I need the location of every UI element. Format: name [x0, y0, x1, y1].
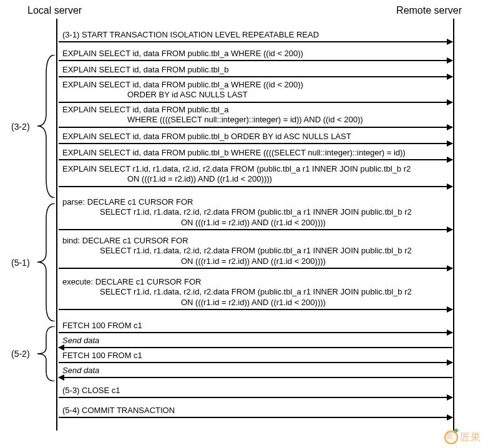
- watermark-text: 匠果: [461, 431, 481, 444]
- msg-text: EXPLAIN SELECT id, data FROM public.tbl_…: [59, 49, 452, 60]
- arrow-right-icon: [59, 332, 452, 333]
- msg-text: EXPLAIN SELECT id, data FROM public.tbl_…: [59, 80, 452, 102]
- msg-5-2b-send-data: Send data: [59, 336, 452, 348]
- line3: ON (((r1.id = r2.id)) AND ((r1.id < 200)…: [181, 256, 326, 266]
- line2: SELECT r1.id, r1.data, r2.id, r2.data FR…: [100, 287, 412, 296]
- msg-text: execute: DECLARE c1 CURSOR FOR SELECT r1…: [59, 277, 452, 309]
- arrow-right-icon: [59, 41, 452, 42]
- msg-text: (5-4) COMMIT TRANSACTION: [59, 406, 452, 417]
- line1: EXPLAIN SELECT r1.id, r1.data, r2.id, r2…: [62, 164, 411, 173]
- msg-3-2a-explain-tbla: EXPLAIN SELECT id, data FROM public.tbl_…: [59, 49, 452, 61]
- msg-5-1c-execute: execute: DECLARE c1 CURSOR FOR SELECT r1…: [59, 277, 452, 310]
- arrow-right-icon: [59, 417, 452, 418]
- line2: SELECT r1.id, r1.data, r2.id, r2.data FR…: [100, 246, 412, 255]
- arrow-right-icon: [59, 60, 452, 61]
- msg-5-2c-fetch: FETCH 100 FROM c1: [59, 351, 452, 363]
- msg-text: Send data: [59, 366, 452, 377]
- msg-3-2b-explain-tblb: EXPLAIN SELECT id, data FROM public.tbl_…: [59, 65, 452, 77]
- lifeline-remote: [453, 19, 454, 431]
- msg-text: EXPLAIN SELECT id, data FROM public.tbl_…: [59, 105, 452, 127]
- line3: ON (((r1.id = r2.id)) AND ((r1.id < 200)…: [181, 218, 326, 227]
- line1: EXPLAIN SELECT id, data FROM public.tbl_…: [62, 105, 228, 114]
- msg-text: FETCH 100 FROM c1: [59, 351, 452, 362]
- msg-text: EXPLAIN SELECT id, data FROM public.tbl_…: [59, 132, 452, 143]
- watermark-logo-icon: [444, 431, 458, 444]
- msg-5-2d-send-data: Send data: [59, 366, 452, 378]
- msg-text-italic: Send data: [62, 336, 99, 345]
- brace-5-1: [37, 203, 56, 321]
- msg-text: (3-1) START TRANSACTION ISOLATION LEVEL …: [59, 30, 452, 41]
- lifeline-local: [56, 19, 57, 431]
- msg-3-1-start-transaction: (3-1) START TRANSACTION ISOLATION LEVEL …: [59, 30, 452, 42]
- sequence-diagram: Local server Remote server (3-2) (5-1) (…: [0, 0, 488, 448]
- group-label-5-2: (5-2): [11, 349, 30, 359]
- msg-3-2e-explain-tblb-orderby: EXPLAIN SELECT id, data FROM public.tbl_…: [59, 132, 452, 144]
- arrow-right-icon: [59, 127, 452, 128]
- arrow-right-icon: [59, 309, 452, 310]
- line1: execute: DECLARE c1 CURSOR FOR: [62, 277, 202, 286]
- arrow-right-icon: [59, 159, 452, 160]
- msg-5-1b-bind: bind: DECLARE c1 CURSOR FOR SELECT r1.id…: [59, 236, 452, 269]
- msg-text: Send data: [59, 336, 452, 347]
- line2: ON (((r1.id = r2.id)) AND ((r1.id < 200)…: [127, 174, 272, 183]
- msg-text: EXPLAIN SELECT r1.id, r1.data, r2.id, r2…: [59, 164, 452, 186]
- line2: SELECT r1.id, r1.data, r2.id, r2.data FR…: [100, 207, 412, 217]
- msg-3-2c-explain-orderby: EXPLAIN SELECT id, data FROM public.tbl_…: [59, 80, 452, 103]
- group-label-3-2: (3-2): [11, 122, 30, 132]
- arrow-right-icon: [59, 143, 452, 144]
- msg-3-2d-explain-where-null: EXPLAIN SELECT id, data FROM public.tbl_…: [59, 105, 452, 128]
- watermark: 匠果: [444, 431, 481, 444]
- line1: parse: DECLARE c1 CURSOR FOR: [62, 197, 193, 207]
- arrow-right-icon: [59, 397, 452, 398]
- msg-5-1a-parse: parse: DECLARE c1 CURSOR FOR SELECT r1.i…: [59, 197, 452, 230]
- arrow-right-icon: [59, 76, 452, 77]
- arrow-left-icon: [59, 347, 452, 348]
- line1: bind: DECLARE c1 CURSOR FOR: [62, 236, 188, 245]
- msg-3-2g-explain-join: EXPLAIN SELECT r1.id, r1.data, r2.id, r2…: [59, 164, 452, 187]
- line3: ON (((r1.id = r2.id)) AND ((r1.id < 200)…: [181, 298, 326, 307]
- header-local: Local server: [27, 5, 82, 16]
- msg-text: EXPLAIN SELECT id, data FROM public.tbl_…: [59, 65, 452, 76]
- group-label-5-1: (5-1): [11, 258, 30, 268]
- msg-5-2a-fetch: FETCH 100 FROM c1: [59, 321, 452, 333]
- msg-text: bind: DECLARE c1 CURSOR FOR SELECT r1.id…: [59, 236, 452, 268]
- msg-text: EXPLAIN SELECT id, data FROM public.tbl_…: [59, 148, 452, 159]
- arrow-left-icon: [59, 377, 452, 378]
- arrow-right-icon: [59, 229, 452, 230]
- line2: ORDER BY id ASC NULLS LAST: [127, 90, 248, 99]
- arrow-right-icon: [59, 362, 452, 363]
- msg-5-4-commit: (5-4) COMMIT TRANSACTION: [59, 406, 452, 418]
- brace-3-2: [37, 55, 56, 198]
- brace-5-2: [37, 326, 56, 381]
- arrow-right-icon: [59, 268, 452, 269]
- arrow-right-icon: [59, 102, 452, 103]
- msg-text: parse: DECLARE c1 CURSOR FOR SELECT r1.i…: [59, 197, 452, 229]
- msg-5-3-close: (5-3) CLOSE c1: [59, 386, 452, 398]
- msg-text-italic: Send data: [62, 366, 99, 375]
- msg-text: FETCH 100 FROM c1: [59, 321, 452, 332]
- header-remote: Remote server: [396, 5, 462, 16]
- arrow-right-icon: [59, 186, 452, 187]
- msg-text: (5-3) CLOSE c1: [59, 386, 452, 397]
- line2: WHERE ((((SELECT null::integer)::integer…: [127, 115, 363, 124]
- line1: EXPLAIN SELECT id, data FROM public.tbl_…: [62, 80, 303, 89]
- msg-3-2f-explain-tblb-where-null: EXPLAIN SELECT id, data FROM public.tbl_…: [59, 148, 452, 160]
